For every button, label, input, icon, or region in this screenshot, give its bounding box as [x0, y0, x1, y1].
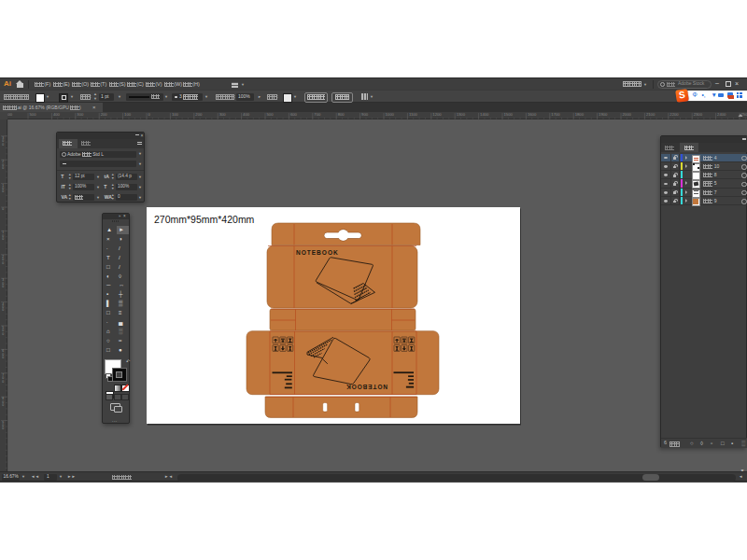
svg-text:NOTEBOOK: NOTEBOOK — [345, 384, 388, 390]
svg-text:0: 0 — [2, 166, 4, 170]
svg-text:0: 0 — [2, 332, 4, 336]
svg-text:0: 0 — [2, 143, 4, 147]
svg-text:0: 0 — [2, 237, 4, 241]
svg-text:0: 0 — [2, 403, 4, 407]
svg-text:0: 0 — [2, 427, 4, 430]
svg-text:0: 0 — [2, 189, 4, 193]
svg-text:0: 0 — [2, 207, 4, 211]
svg-text:0: 0 — [2, 308, 4, 312]
svg-text:NOTEBOOK: NOTEBOOK — [296, 249, 339, 256]
svg-text:0: 0 — [2, 380, 4, 384]
svg-text:0: 0 — [2, 285, 4, 288]
svg-text:0: 0 — [2, 261, 4, 265]
svg-text:0: 0 — [2, 356, 4, 359]
